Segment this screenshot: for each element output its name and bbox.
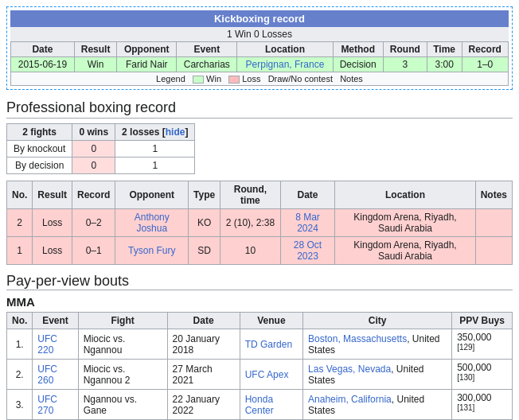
mma-no: 3. bbox=[7, 390, 33, 420]
kb-result: Win bbox=[74, 57, 116, 72]
ko-losses-val: 1 bbox=[115, 141, 195, 158]
br-record: 0–2 bbox=[72, 209, 115, 237]
kb-round: 3 bbox=[383, 57, 427, 72]
stat-losses: 2 losses [hide] bbox=[115, 124, 195, 141]
br-date: 8 Mar 2024 bbox=[280, 209, 335, 237]
mma-city: Anaheim, California, United States bbox=[303, 390, 452, 420]
kb-col-date: Date bbox=[11, 42, 75, 57]
br-result: Loss bbox=[33, 237, 72, 265]
kb-location: Perpignan, France bbox=[237, 57, 333, 72]
mma-date: 22 January 2022 bbox=[167, 390, 240, 420]
mma-fight: Miocic vs. Ngannou bbox=[78, 329, 167, 360]
mma-ppv-row: 1. UFC 220 Miocic vs. Ngannou 20 January… bbox=[7, 329, 513, 360]
kickboxing-legend-row: Legend Win Loss Draw/No contest Notes bbox=[11, 72, 509, 86]
mma-ref: [130] bbox=[457, 373, 474, 382]
kickboxing-section: Kickboxing record 1 Win 0 Losses Date Re… bbox=[6, 6, 513, 90]
mma-date: 27 March 2021 bbox=[167, 360, 240, 390]
mma-ppv-header: No. Event Fight Date Venue City PPV Buys bbox=[7, 313, 513, 329]
kb-col-record: Record bbox=[462, 42, 508, 57]
mma-col-venue: Venue bbox=[240, 313, 302, 329]
notes-legend: Notes bbox=[340, 74, 363, 84]
col-date: Date bbox=[280, 181, 335, 209]
dec-losses-val: 1 bbox=[115, 158, 195, 174]
mma-fight: Ngannou vs. Gane bbox=[78, 390, 167, 420]
br-opponent: Tyson Fury bbox=[115, 237, 189, 265]
br-location: Kingdom Arena, Riyadh, Saudi Arabia bbox=[335, 237, 475, 265]
col-opponent: Opponent bbox=[115, 181, 189, 209]
boxing-record-row: 2 Loss 0–2 Anthony Joshua KO 2 (10), 2:3… bbox=[7, 209, 513, 237]
br-type: KO bbox=[189, 209, 220, 237]
dec-wins-val: 0 bbox=[72, 158, 115, 174]
win-box bbox=[193, 76, 204, 84]
mma-col-date: Date bbox=[167, 313, 240, 329]
col-no: No. bbox=[7, 181, 33, 209]
kb-col-time: Time bbox=[427, 42, 462, 57]
mma-no: 2. bbox=[7, 360, 33, 390]
kb-date: 2015-06-19 bbox=[11, 57, 75, 72]
pro-boxing-section: Professional boxing record 2 fights 0 wi… bbox=[6, 99, 513, 265]
boxing-record-header: No. Result Record Opponent Type Round, t… bbox=[7, 181, 513, 209]
br-opponent: Anthony Joshua bbox=[115, 209, 189, 237]
mma-title: MMA bbox=[6, 295, 513, 309]
dec-label: By decision bbox=[7, 158, 72, 174]
kb-col-opponent: Opponent bbox=[117, 42, 177, 57]
mma-col-city: City bbox=[303, 313, 452, 329]
kb-col-round: Round bbox=[383, 42, 427, 57]
boxing-stats-table: 2 fights 0 wins 2 losses [hide] By knock… bbox=[6, 123, 195, 174]
br-no: 1 bbox=[7, 237, 33, 265]
dec-row: By decision 0 1 bbox=[7, 158, 195, 174]
mma-ppv-row: 3. UFC 270 Ngannou vs. Gane 22 January 2… bbox=[7, 390, 513, 420]
col-round-time: Round, time bbox=[220, 181, 280, 209]
col-notes: Notes bbox=[475, 181, 512, 209]
mma-col-event: Event bbox=[33, 313, 78, 329]
mma-col-no: No. bbox=[7, 313, 33, 329]
kb-opponent: Farid Nair bbox=[117, 57, 177, 72]
mma-venue: UFC Apex bbox=[240, 360, 302, 390]
kb-method: Decision bbox=[333, 57, 383, 72]
mma-date: 20 January 2018 bbox=[167, 329, 240, 360]
boxing-record-table: No. Result Record Opponent Type Round, t… bbox=[6, 181, 513, 265]
loss-legend: Loss bbox=[228, 74, 260, 84]
mma-city: Las Vegas, Nevada, United States bbox=[303, 360, 452, 390]
loss-box bbox=[228, 76, 240, 84]
br-no: 2 bbox=[7, 209, 33, 237]
kickboxing-row: 2015-06-19 Win Farid Nair Carcharias Per… bbox=[11, 57, 509, 72]
col-location: Location bbox=[335, 181, 475, 209]
boxing-stats-header: 2 fights 0 wins 2 losses [hide] bbox=[7, 124, 195, 141]
br-notes bbox=[475, 237, 512, 265]
col-type: Type bbox=[189, 181, 220, 209]
col-result: Result bbox=[33, 181, 72, 209]
mma-fight: Miocic vs. Ngannou 2 bbox=[78, 360, 167, 390]
kickboxing-header-row: Date Result Opponent Event Location Meth… bbox=[11, 42, 509, 57]
br-result: Loss bbox=[33, 209, 72, 237]
br-notes bbox=[475, 209, 512, 237]
br-type: SD bbox=[189, 237, 220, 265]
ko-row: By knockout 0 1 bbox=[7, 141, 195, 158]
legend-label: Legend bbox=[156, 74, 185, 84]
br-location: Kingdom Arena, Riyadh, Saudi Arabia bbox=[335, 209, 475, 237]
win-legend: Win bbox=[193, 74, 221, 84]
draw-legend: Draw/No contest bbox=[268, 74, 333, 84]
mma-ppv-row: 2. UFC 260 Miocic vs. Ngannou 2 27 March… bbox=[7, 360, 513, 390]
mma-ppv-buys: 500,000 [130] bbox=[452, 360, 513, 390]
hide-link[interactable]: hide bbox=[166, 126, 185, 138]
ko-wins-val: 0 bbox=[72, 141, 115, 158]
kb-col-result: Result bbox=[74, 42, 116, 57]
kickboxing-inner-title: Kickboxing record bbox=[10, 10, 509, 27]
mma-ppv-table: No. Event Fight Date Venue City PPV Buys… bbox=[6, 312, 513, 420]
mma-event: UFC 270 bbox=[33, 390, 78, 420]
ppv-section: Pay-per-view bouts MMA No. Event Fight D… bbox=[6, 273, 513, 420]
br-round-time: 2 (10), 2:38 bbox=[220, 209, 280, 237]
mma-ref: [129] bbox=[457, 343, 474, 352]
mma-venue: TD Garden bbox=[240, 329, 302, 360]
kb-col-location: Location bbox=[237, 42, 333, 57]
kb-record: 1–0 bbox=[462, 57, 508, 72]
kb-col-method: Method bbox=[333, 42, 383, 57]
br-record: 0–1 bbox=[72, 237, 115, 265]
mma-ppv-buys: 300,000 [131] bbox=[452, 390, 513, 420]
ppv-title: Pay-per-view bouts bbox=[6, 273, 513, 290]
col-record: Record bbox=[72, 181, 115, 209]
br-date: 28 Oct 2023 bbox=[280, 237, 335, 265]
stat-wins: 0 wins bbox=[72, 124, 115, 141]
kickboxing-legend: Legend Win Loss Draw/No contest Notes bbox=[11, 72, 509, 86]
